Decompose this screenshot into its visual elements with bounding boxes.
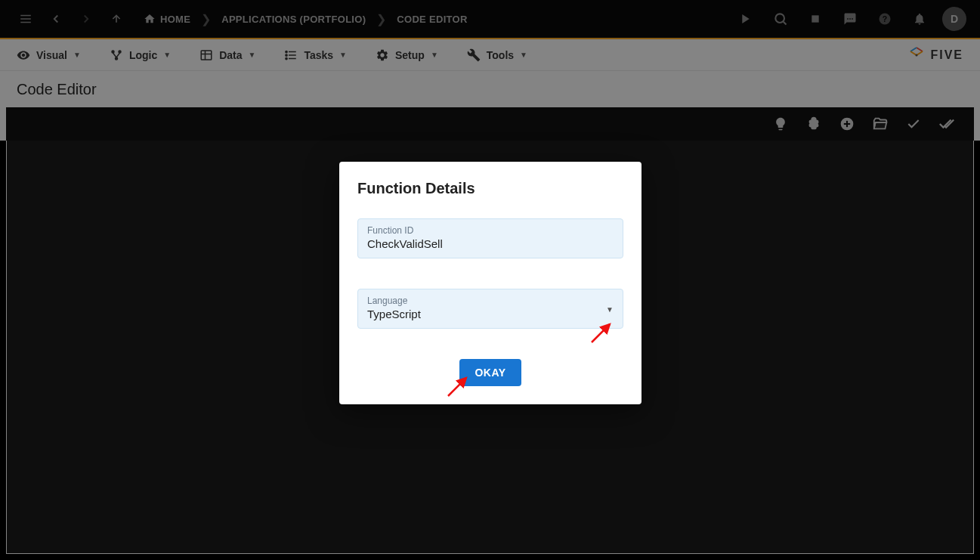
dialog-buttons: OKAY — [357, 359, 623, 386]
field-label: Language — [367, 295, 614, 306]
field-value: TypeScript — [367, 308, 614, 320]
function-details-dialog: Function Details Function ID CheckValidS… — [339, 162, 641, 404]
language-field[interactable]: Language TypeScript ▼ — [357, 289, 623, 329]
dialog-title: Function Details — [357, 180, 623, 197]
chevron-down-icon: ▼ — [606, 305, 614, 313]
function-id-field[interactable]: Function ID CheckValidSell — [357, 218, 623, 258]
okay-button[interactable]: OKAY — [459, 359, 521, 386]
field-value: CheckValidSell — [367, 237, 614, 250]
field-label: Function ID — [367, 225, 614, 236]
